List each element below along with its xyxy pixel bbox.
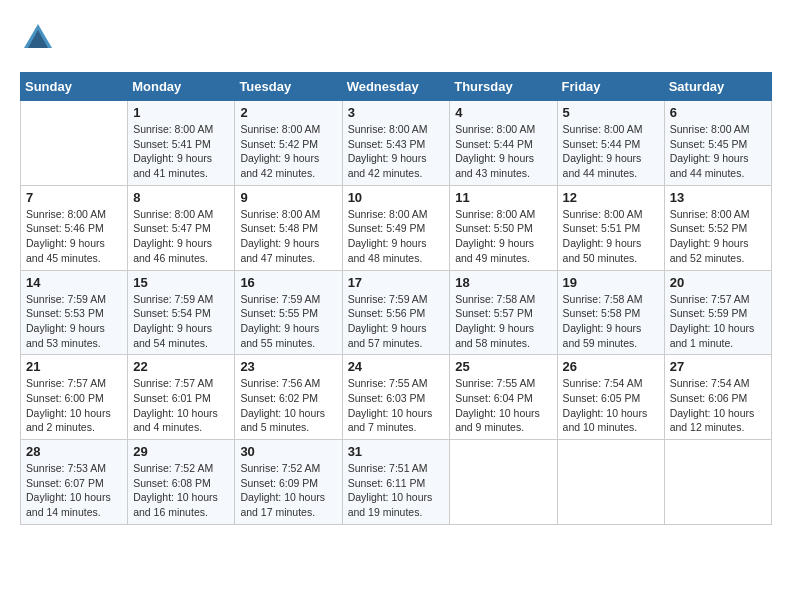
day-number: 25 — [455, 359, 551, 374]
day-number: 12 — [563, 190, 659, 205]
day-info: Sunrise: 7:55 AM Sunset: 6:03 PM Dayligh… — [348, 376, 445, 435]
calendar-cell: 17Sunrise: 7:59 AM Sunset: 5:56 PM Dayli… — [342, 270, 450, 355]
calendar-cell: 18Sunrise: 7:58 AM Sunset: 5:57 PM Dayli… — [450, 270, 557, 355]
day-info: Sunrise: 7:58 AM Sunset: 5:57 PM Dayligh… — [455, 292, 551, 351]
calendar-cell — [450, 440, 557, 525]
col-header-tuesday: Tuesday — [235, 73, 342, 101]
day-number: 15 — [133, 275, 229, 290]
calendar-cell: 24Sunrise: 7:55 AM Sunset: 6:03 PM Dayli… — [342, 355, 450, 440]
col-header-wednesday: Wednesday — [342, 73, 450, 101]
day-info: Sunrise: 8:00 AM Sunset: 5:45 PM Dayligh… — [670, 122, 766, 181]
calendar-cell: 11Sunrise: 8:00 AM Sunset: 5:50 PM Dayli… — [450, 185, 557, 270]
calendar-cell: 19Sunrise: 7:58 AM Sunset: 5:58 PM Dayli… — [557, 270, 664, 355]
day-number: 30 — [240, 444, 336, 459]
day-info: Sunrise: 8:00 AM Sunset: 5:41 PM Dayligh… — [133, 122, 229, 181]
day-info: Sunrise: 7:55 AM Sunset: 6:04 PM Dayligh… — [455, 376, 551, 435]
col-header-monday: Monday — [128, 73, 235, 101]
day-number: 24 — [348, 359, 445, 374]
day-info: Sunrise: 8:00 AM Sunset: 5:50 PM Dayligh… — [455, 207, 551, 266]
calendar-cell: 21Sunrise: 7:57 AM Sunset: 6:00 PM Dayli… — [21, 355, 128, 440]
calendar-cell — [664, 440, 771, 525]
day-info: Sunrise: 7:54 AM Sunset: 6:05 PM Dayligh… — [563, 376, 659, 435]
col-header-sunday: Sunday — [21, 73, 128, 101]
day-info: Sunrise: 8:00 AM Sunset: 5:47 PM Dayligh… — [133, 207, 229, 266]
calendar-cell: 1Sunrise: 8:00 AM Sunset: 5:41 PM Daylig… — [128, 101, 235, 186]
day-info: Sunrise: 7:59 AM Sunset: 5:53 PM Dayligh… — [26, 292, 122, 351]
calendar-cell: 2Sunrise: 8:00 AM Sunset: 5:42 PM Daylig… — [235, 101, 342, 186]
calendar-cell: 6Sunrise: 8:00 AM Sunset: 5:45 PM Daylig… — [664, 101, 771, 186]
calendar-cell: 22Sunrise: 7:57 AM Sunset: 6:01 PM Dayli… — [128, 355, 235, 440]
day-info: Sunrise: 7:52 AM Sunset: 6:09 PM Dayligh… — [240, 461, 336, 520]
day-info: Sunrise: 8:00 AM Sunset: 5:48 PM Dayligh… — [240, 207, 336, 266]
calendar-cell — [21, 101, 128, 186]
calendar-cell: 14Sunrise: 7:59 AM Sunset: 5:53 PM Dayli… — [21, 270, 128, 355]
calendar-cell: 27Sunrise: 7:54 AM Sunset: 6:06 PM Dayli… — [664, 355, 771, 440]
day-number: 6 — [670, 105, 766, 120]
day-number: 29 — [133, 444, 229, 459]
day-info: Sunrise: 7:57 AM Sunset: 6:01 PM Dayligh… — [133, 376, 229, 435]
col-header-saturday: Saturday — [664, 73, 771, 101]
col-header-thursday: Thursday — [450, 73, 557, 101]
calendar-table: SundayMondayTuesdayWednesdayThursdayFrid… — [20, 72, 772, 525]
calendar-cell: 31Sunrise: 7:51 AM Sunset: 6:11 PM Dayli… — [342, 440, 450, 525]
calendar-cell: 20Sunrise: 7:57 AM Sunset: 5:59 PM Dayli… — [664, 270, 771, 355]
day-info: Sunrise: 7:59 AM Sunset: 5:55 PM Dayligh… — [240, 292, 336, 351]
day-number: 26 — [563, 359, 659, 374]
day-info: Sunrise: 7:59 AM Sunset: 5:54 PM Dayligh… — [133, 292, 229, 351]
day-info: Sunrise: 7:53 AM Sunset: 6:07 PM Dayligh… — [26, 461, 122, 520]
day-info: Sunrise: 7:51 AM Sunset: 6:11 PM Dayligh… — [348, 461, 445, 520]
calendar-cell: 4Sunrise: 8:00 AM Sunset: 5:44 PM Daylig… — [450, 101, 557, 186]
day-number: 31 — [348, 444, 445, 459]
day-number: 2 — [240, 105, 336, 120]
day-number: 19 — [563, 275, 659, 290]
calendar-cell: 28Sunrise: 7:53 AM Sunset: 6:07 PM Dayli… — [21, 440, 128, 525]
day-info: Sunrise: 7:57 AM Sunset: 5:59 PM Dayligh… — [670, 292, 766, 351]
page-header — [20, 20, 772, 56]
col-header-friday: Friday — [557, 73, 664, 101]
day-number: 11 — [455, 190, 551, 205]
day-number: 23 — [240, 359, 336, 374]
day-info: Sunrise: 7:58 AM Sunset: 5:58 PM Dayligh… — [563, 292, 659, 351]
day-info: Sunrise: 8:00 AM Sunset: 5:51 PM Dayligh… — [563, 207, 659, 266]
calendar-cell: 15Sunrise: 7:59 AM Sunset: 5:54 PM Dayli… — [128, 270, 235, 355]
day-number: 1 — [133, 105, 229, 120]
day-number: 10 — [348, 190, 445, 205]
day-number: 7 — [26, 190, 122, 205]
day-number: 21 — [26, 359, 122, 374]
logo-icon — [20, 20, 56, 56]
day-number: 3 — [348, 105, 445, 120]
day-number: 22 — [133, 359, 229, 374]
calendar-cell: 29Sunrise: 7:52 AM Sunset: 6:08 PM Dayli… — [128, 440, 235, 525]
day-number: 18 — [455, 275, 551, 290]
logo — [20, 20, 60, 56]
calendar-cell: 9Sunrise: 8:00 AM Sunset: 5:48 PM Daylig… — [235, 185, 342, 270]
calendar-cell — [557, 440, 664, 525]
day-number: 5 — [563, 105, 659, 120]
day-number: 13 — [670, 190, 766, 205]
day-info: Sunrise: 7:54 AM Sunset: 6:06 PM Dayligh… — [670, 376, 766, 435]
calendar-cell: 25Sunrise: 7:55 AM Sunset: 6:04 PM Dayli… — [450, 355, 557, 440]
day-number: 27 — [670, 359, 766, 374]
calendar-cell: 26Sunrise: 7:54 AM Sunset: 6:05 PM Dayli… — [557, 355, 664, 440]
calendar-cell: 12Sunrise: 8:00 AM Sunset: 5:51 PM Dayli… — [557, 185, 664, 270]
day-info: Sunrise: 8:00 AM Sunset: 5:44 PM Dayligh… — [455, 122, 551, 181]
calendar-cell: 30Sunrise: 7:52 AM Sunset: 6:09 PM Dayli… — [235, 440, 342, 525]
day-info: Sunrise: 8:00 AM Sunset: 5:44 PM Dayligh… — [563, 122, 659, 181]
day-info: Sunrise: 7:52 AM Sunset: 6:08 PM Dayligh… — [133, 461, 229, 520]
day-number: 20 — [670, 275, 766, 290]
day-info: Sunrise: 8:00 AM Sunset: 5:43 PM Dayligh… — [348, 122, 445, 181]
day-number: 17 — [348, 275, 445, 290]
day-number: 4 — [455, 105, 551, 120]
calendar-cell: 10Sunrise: 8:00 AM Sunset: 5:49 PM Dayli… — [342, 185, 450, 270]
day-number: 14 — [26, 275, 122, 290]
day-info: Sunrise: 8:00 AM Sunset: 5:42 PM Dayligh… — [240, 122, 336, 181]
calendar-cell: 8Sunrise: 8:00 AM Sunset: 5:47 PM Daylig… — [128, 185, 235, 270]
calendar-cell: 16Sunrise: 7:59 AM Sunset: 5:55 PM Dayli… — [235, 270, 342, 355]
day-info: Sunrise: 7:57 AM Sunset: 6:00 PM Dayligh… — [26, 376, 122, 435]
day-info: Sunrise: 7:56 AM Sunset: 6:02 PM Dayligh… — [240, 376, 336, 435]
calendar-cell: 23Sunrise: 7:56 AM Sunset: 6:02 PM Dayli… — [235, 355, 342, 440]
day-info: Sunrise: 8:00 AM Sunset: 5:52 PM Dayligh… — [670, 207, 766, 266]
day-info: Sunrise: 8:00 AM Sunset: 5:49 PM Dayligh… — [348, 207, 445, 266]
calendar-cell: 7Sunrise: 8:00 AM Sunset: 5:46 PM Daylig… — [21, 185, 128, 270]
day-number: 9 — [240, 190, 336, 205]
